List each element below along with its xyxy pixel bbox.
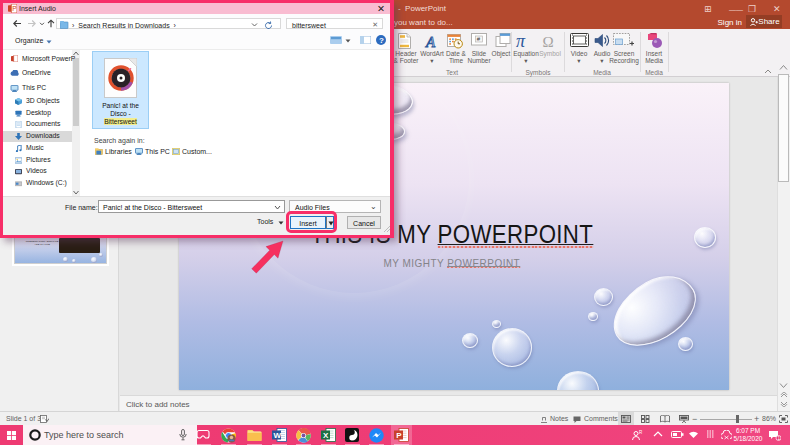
svg-text:X: X (323, 431, 329, 440)
svg-text:Ω: Ω (543, 34, 554, 50)
svg-text:R: R (639, 430, 643, 435)
svg-text:P: P (12, 5, 17, 12)
svg-text:A: A (425, 34, 436, 50)
svg-text:?: ? (379, 36, 384, 45)
svg-text:π: π (516, 33, 526, 50)
svg-text:P: P (396, 431, 402, 440)
svg-text:W: W (274, 431, 282, 440)
